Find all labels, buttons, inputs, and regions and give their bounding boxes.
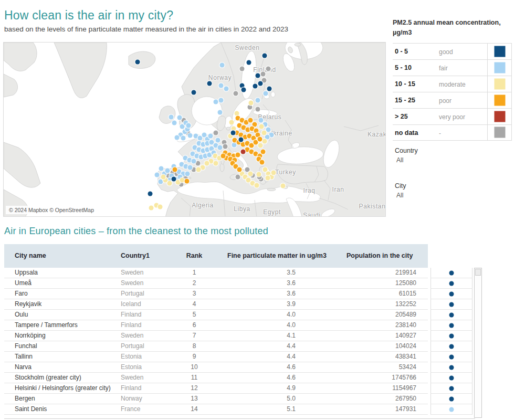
city-dot[interactable] xyxy=(186,123,191,128)
column-header-1[interactable]: Country1 xyxy=(121,244,173,268)
city-dot[interactable] xyxy=(266,176,270,181)
table-row[interactable]: UppsalaSweden13.5219914 xyxy=(4,268,428,278)
table-row[interactable]: Helsinki / Helsingfors (greater city)Fin… xyxy=(4,383,428,394)
legend-color-swatch[interactable] xyxy=(494,62,505,73)
city-dot[interactable] xyxy=(209,159,214,164)
city-dot[interactable] xyxy=(241,150,246,154)
city-dot[interactable] xyxy=(155,173,160,177)
city-dot[interactable] xyxy=(281,184,286,188)
table-row[interactable]: Saint DenisFrance145.1147931 xyxy=(4,404,428,415)
city-dot[interactable] xyxy=(192,159,196,164)
city-dot[interactable] xyxy=(198,136,203,141)
legend-color-swatch[interactable] xyxy=(494,94,505,106)
city-dot[interactable] xyxy=(256,98,260,103)
city-dot[interactable] xyxy=(262,139,267,144)
city-dot[interactable] xyxy=(158,205,163,209)
city-dot[interactable] xyxy=(259,118,264,123)
city-filter[interactable]: City All xyxy=(395,182,500,199)
legend-color-swatch[interactable] xyxy=(494,111,505,122)
table-row[interactable]: Tampere / TammerforsFinland64.0238140 xyxy=(4,320,428,331)
city-dot[interactable] xyxy=(181,136,186,141)
city-dot[interactable] xyxy=(214,100,218,104)
legend-row[interactable]: 10 - 15moderate xyxy=(393,76,512,92)
city-dot[interactable] xyxy=(262,54,267,58)
city-dot[interactable] xyxy=(224,87,229,91)
legend-color-swatch[interactable] xyxy=(494,78,505,89)
city-dot[interactable] xyxy=(249,143,254,148)
city-dot[interactable] xyxy=(259,124,264,129)
city-dot[interactable] xyxy=(207,81,212,86)
city-dot[interactable] xyxy=(196,167,201,172)
city-dot[interactable] xyxy=(254,140,258,145)
city-dot[interactable] xyxy=(247,60,251,65)
city-dot[interactable] xyxy=(214,131,218,135)
legend-row[interactable]: 0 - 5good xyxy=(393,43,512,59)
city-dot[interactable] xyxy=(256,74,260,78)
country-filter[interactable]: Country All xyxy=(395,147,500,164)
city-filter-value[interactable]: All xyxy=(395,192,500,199)
city-dot[interactable] xyxy=(242,88,246,92)
table-row[interactable]: FunchalPortugal84.4104024 xyxy=(4,341,428,352)
city-dot[interactable] xyxy=(256,107,260,112)
city-dot[interactable] xyxy=(161,175,166,180)
city-dot[interactable] xyxy=(260,160,265,165)
city-dot[interactable] xyxy=(266,67,271,71)
city-dot[interactable] xyxy=(216,138,220,143)
city-dot[interactable] xyxy=(258,137,262,142)
city-dot[interactable] xyxy=(172,121,177,125)
city-dot[interactable] xyxy=(258,143,263,148)
table-row[interactable]: NarvaEstonia104.653424 xyxy=(4,362,428,373)
city-dot[interactable] xyxy=(266,128,271,132)
table-row[interactable]: BergenNorway135.0267950 xyxy=(4,394,428,404)
city-dot[interactable] xyxy=(219,98,224,103)
city-dot[interactable] xyxy=(258,81,263,86)
city-dot[interactable] xyxy=(269,133,274,138)
city-dot[interactable] xyxy=(218,110,223,115)
legend-row[interactable]: no data- xyxy=(393,124,512,141)
city-dot[interactable] xyxy=(196,161,201,166)
city-dot[interactable] xyxy=(261,72,266,77)
legend-row[interactable]: 5 - 10fair xyxy=(393,59,512,76)
city-dot[interactable] xyxy=(218,145,223,150)
city-dot[interactable] xyxy=(172,177,176,182)
city-dot[interactable] xyxy=(208,134,213,139)
city-dot[interactable] xyxy=(188,165,193,170)
table-row[interactable]: NorrköpingSweden74.1140927 xyxy=(4,331,428,341)
city-dot[interactable] xyxy=(192,90,196,95)
city-dot[interactable] xyxy=(239,138,244,142)
city-dot[interactable] xyxy=(271,171,276,175)
city-dot[interactable] xyxy=(159,166,164,171)
table-row[interactable]: UmeåSweden23.6125080 xyxy=(4,278,428,289)
city-dot[interactable] xyxy=(248,105,253,110)
column-header-2[interactable]: Rank xyxy=(181,244,208,268)
city-dot[interactable] xyxy=(220,63,225,68)
city-dot[interactable] xyxy=(223,144,228,149)
city-dot[interactable] xyxy=(148,192,153,196)
table-row[interactable]: ReykjavikIceland43.9132252 xyxy=(4,299,428,310)
city-dot[interactable] xyxy=(267,87,272,91)
city-dot[interactable] xyxy=(188,133,193,138)
city-dot[interactable] xyxy=(234,91,238,96)
city-dot[interactable] xyxy=(261,150,266,154)
city-dot[interactable] xyxy=(177,116,182,120)
city-dot[interactable] xyxy=(169,115,174,120)
city-dot[interactable] xyxy=(221,154,226,159)
city-dot[interactable] xyxy=(229,120,234,125)
city-dot[interactable] xyxy=(248,118,253,123)
city-dot[interactable] xyxy=(262,131,267,135)
city-dot[interactable] xyxy=(236,153,240,158)
city-dot[interactable] xyxy=(175,135,180,140)
city-dot[interactable] xyxy=(232,143,237,148)
city-dot[interactable] xyxy=(240,67,245,71)
city-dot[interactable] xyxy=(253,84,258,89)
city-dot[interactable] xyxy=(236,175,240,180)
legend-color-swatch[interactable] xyxy=(494,127,505,138)
city-dot[interactable] xyxy=(185,179,190,184)
city-dot[interactable] xyxy=(165,169,170,173)
city-dot[interactable] xyxy=(237,167,242,172)
table-row[interactable]: FaroPortugal33.661015 xyxy=(4,289,428,299)
city-dot[interactable] xyxy=(185,172,190,176)
column-header-0[interactable]: City name xyxy=(15,244,114,268)
city-dot[interactable] xyxy=(201,165,205,170)
city-dot[interactable] xyxy=(235,111,239,116)
